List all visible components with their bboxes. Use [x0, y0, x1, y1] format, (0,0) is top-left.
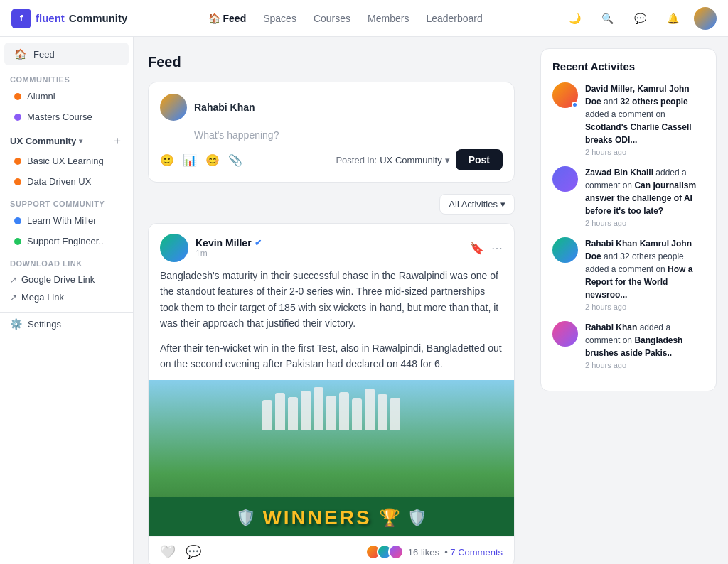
activity-author-3: Rahabi Khan Kamrul John Doe: [585, 239, 692, 261]
sidebar: 🏠 Feed Communities Alumni Masters Course…: [0, 37, 134, 564]
sidebar-item-support-eng[interactable]: Support Engineer..: [4, 232, 129, 251]
post-body: Bangladesh's maturity in their successfu…: [149, 268, 514, 380]
nav-spaces[interactable]: Spaces: [262, 10, 298, 27]
posted-in-community[interactable]: UX Community: [380, 155, 441, 166]
composer-right: Posted in: UX Community ▾ Post: [336, 149, 503, 170]
ux-community-header[interactable]: UX Community ▾ ＋: [0, 128, 133, 151]
cricket-shield-left: 🛡️: [236, 509, 255, 527]
notification-icon[interactable]: 🔔: [661, 7, 684, 30]
basic-ux-dot: [14, 158, 21, 165]
verified-badge: ✔: [255, 238, 262, 248]
activity-others-1: 32 others people: [620, 97, 687, 107]
alumni-dot: [14, 93, 21, 100]
posted-in-chevron: ▾: [445, 155, 450, 166]
composer-input[interactable]: What's happening?: [160, 129, 503, 141]
likes-count: 16 likes •: [408, 547, 450, 558]
activity-content-2: Zawad Bin Khalil added a comment on Can …: [585, 166, 705, 227]
post-time: 1m: [196, 249, 262, 259]
trophy-icon: 🏆: [379, 508, 400, 528]
sidebar-mega-link[interactable]: ↗ Mega Link: [0, 288, 133, 306]
posted-in-label: Posted in: UX Community ▾: [336, 155, 449, 166]
attachment-icon[interactable]: 📎: [228, 153, 242, 167]
activity-item-3: Rahabi Khan Kamrul John Doe and 32 other…: [552, 237, 705, 311]
nav-feed[interactable]: 🏠 Feed: [207, 10, 248, 27]
filter-button[interactable]: All Activities ▾: [439, 194, 515, 215]
activity-content-3: Rahabi Khan Kamrul John Doe and 32 other…: [585, 237, 705, 311]
emoji-sticker-icon[interactable]: 🙂: [160, 153, 174, 167]
home-icon: 🏠: [208, 13, 220, 24]
nav-courses[interactable]: Courses: [312, 10, 352, 27]
activity-author-2: Zawad Bin Khalil: [585, 168, 653, 178]
cricket-shield-right: 🛡️: [407, 509, 427, 527]
logo-text-community: Community: [69, 12, 128, 24]
sidebar-item-learn-miller[interactable]: Learn With Miller: [4, 211, 129, 230]
composer-actions-row: 🙂 📊 😊 📎 Posted in: UX Community ▾ Post: [160, 149, 503, 170]
activity-text-4: Rahabi Khan added a comment on Banglades…: [585, 321, 705, 359]
search-icon[interactable]: 🔍: [596, 7, 619, 30]
activity-time-2: 2 hours ago: [585, 219, 705, 227]
sidebar-item-feed[interactable]: 🏠 Feed: [4, 43, 129, 65]
sidebar-item-data-driven[interactable]: Data Driven UX: [4, 172, 129, 191]
logo[interactable]: f fluentCommunity: [11, 9, 127, 28]
comments-link[interactable]: 7 Comments: [450, 547, 503, 558]
nav-leaderboard[interactable]: Leaderboard: [424, 10, 483, 27]
composer-avatar: [160, 94, 187, 121]
sidebar-item-alumni[interactable]: Alumni: [4, 87, 129, 106]
composer-author-row: Rahabi Khan: [160, 94, 503, 121]
activity-item-4: Rahabi Khan added a comment on Banglades…: [552, 321, 705, 369]
like-icon[interactable]: 🤍: [160, 544, 176, 560]
bookmark-icon[interactable]: 🔖: [470, 242, 484, 255]
main-area: 🏠 Feed Communities Alumni Masters Course…: [0, 37, 728, 564]
post-author-info: Kevin Miller ✔ 1m: [196, 237, 262, 259]
settings-button[interactable]: ⚙️ Settings: [0, 312, 133, 335]
masters-dot: [14, 114, 21, 121]
settings-icon: ⚙️: [10, 318, 22, 330]
activity-text-3: Rahabi Khan Kamrul John Doe and 32 other…: [585, 237, 705, 301]
more-options-icon[interactable]: ⋯: [491, 242, 503, 255]
activity-time-4: 2 hours ago: [585, 361, 705, 369]
activity-text-2: Zawad Bin Khalil added a comment on Can …: [585, 166, 705, 217]
activity-content-1: David Miller, Kamrul John Doe and 32 oth…: [585, 82, 705, 156]
app-container: f fluentCommunity 🏠 Feed Spaces Courses …: [0, 0, 728, 564]
post-body-paragraph-2: After their ten-wicket win in the first …: [160, 340, 503, 372]
filter-chevron-icon: ▾: [500, 199, 505, 210]
user-avatar[interactable]: [694, 7, 717, 30]
post-author-name: Kevin Miller ✔: [196, 237, 262, 249]
activity-avatar-2: [552, 166, 578, 192]
sidebar-item-basic-ux[interactable]: Basic UX Learning: [4, 151, 129, 170]
logo-text-fluent: fluent: [36, 12, 65, 24]
composer-icon-row: 🙂 📊 😊 📎: [160, 153, 336, 167]
nav-members[interactable]: Members: [366, 10, 410, 27]
activity-avatar-3: [552, 237, 578, 263]
topbar: f fluentCommunity 🏠 Feed Spaces Courses …: [0, 0, 728, 37]
post-author: Kevin Miller ✔ 1m: [160, 234, 262, 262]
post-author-avatar: [160, 234, 188, 262]
activity-article-3: How a Report for the World newsroo...: [585, 264, 692, 300]
post-button[interactable]: Post: [456, 149, 503, 170]
communities-section-label: Communities: [0, 68, 133, 87]
comment-icon[interactable]: 💬: [186, 544, 201, 560]
topbar-icons: 🌙 🔍 💬 🔔: [563, 7, 717, 30]
post-composer: Rahabi Khan What's happening? 🙂 📊 😊 📎 Po…: [148, 82, 515, 183]
emoji-icon[interactable]: 😊: [205, 153, 220, 167]
activity-article-2: Can journalism answer the challenge of A…: [585, 180, 696, 216]
activity-avatar-1: [552, 82, 578, 108]
activity-item-2: Zawad Bin Khalil added a comment on Can …: [552, 166, 705, 227]
logo-icon: f: [11, 9, 31, 28]
sidebar-google-drive-link[interactable]: ↗ Google Drive Link: [0, 271, 133, 288]
activity-time-3: 2 hours ago: [585, 303, 705, 311]
dark-mode-icon[interactable]: 🌙: [563, 7, 586, 30]
post-header-actions: 🔖 ⋯: [470, 242, 503, 255]
chat-icon[interactable]: 💬: [628, 7, 651, 30]
external-link-icon-2: ↗: [10, 293, 17, 303]
add-ux-community-button[interactable]: ＋: [112, 134, 123, 148]
feed-icon: 🏠: [14, 48, 26, 60]
post-card: Kevin Miller ✔ 1m 🔖 ⋯ Bangladesh's matur…: [148, 223, 515, 564]
sidebar-item-masters[interactable]: Masters Course: [4, 107, 129, 126]
chevron-down-icon: ▾: [79, 137, 82, 145]
activity-avatar-4: [552, 321, 578, 347]
data-driven-dot: [14, 178, 21, 185]
chart-icon[interactable]: 📊: [183, 153, 197, 167]
activity-text-1: David Miller, Kamrul John Doe and 32 oth…: [585, 82, 705, 146]
liker-avatar-3: [388, 544, 404, 560]
